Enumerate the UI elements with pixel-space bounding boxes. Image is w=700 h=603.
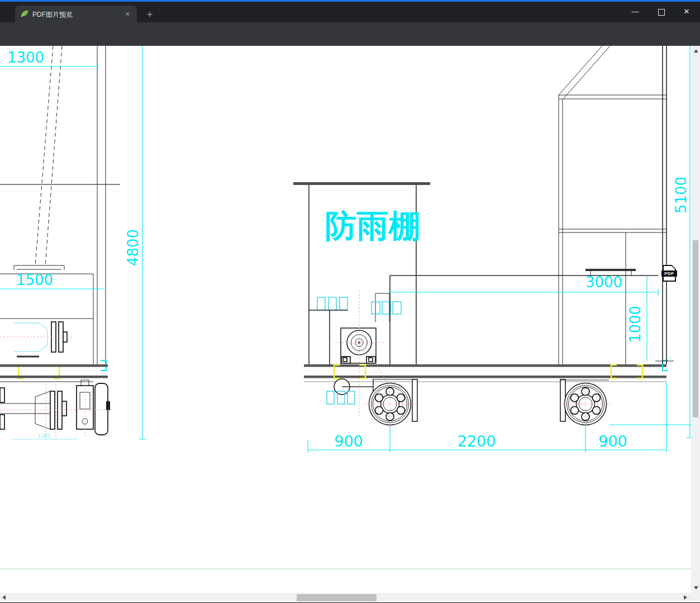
scroll-left-icon[interactable]	[2, 595, 6, 600]
dim-900-right: 900	[598, 433, 627, 450]
spring-leaf-favicon	[20, 10, 29, 18]
canopy-label: 防雨棚	[325, 207, 421, 244]
minimize-button[interactable]: —	[622, 3, 648, 20]
cad-drawing: 防雨棚	[0, 46, 691, 593]
dim-900-left: 900	[334, 433, 363, 450]
maximize-icon	[658, 9, 665, 16]
browser-window: PDF图片预览 ✕ + — ✕ ← → ⌂ i localhost:8012/o…	[0, 0, 700, 603]
front-wheel	[364, 378, 417, 430]
cab-view: 防雨棚	[293, 182, 430, 416]
tab-title: PDF图片预览	[32, 10, 116, 20]
browser-toolbar: ← → ⌂ i localhost:8012/onlinePreview?url…	[0, 22, 700, 46]
scroll-up-icon[interactable]	[694, 49, 698, 53]
hoist-motor	[341, 328, 376, 363]
dim-2200: 2200	[458, 433, 496, 450]
tab-bar: PDF图片预览 ✕ + — ✕	[0, 2, 700, 22]
left-view	[0, 46, 120, 440]
rear-wheel	[560, 378, 611, 430]
dim-5100: 5100	[673, 177, 689, 213]
close-window-button[interactable]: ✕	[674, 3, 699, 20]
motor-outline	[14, 323, 47, 352]
dim-1500: 1500	[16, 272, 53, 288]
page-fold-icon	[672, 265, 676, 269]
scroll-right-icon[interactable]	[684, 595, 687, 600]
tab-pdf-preview[interactable]: PDF图片预览 ✕	[15, 6, 137, 22]
horizontal-scrollbar-thumb[interactable]	[297, 594, 377, 601]
dim-4800: 4800	[125, 229, 141, 266]
maximize-button[interactable]	[649, 3, 674, 20]
vertical-scrollbar-thumb[interactable]	[693, 240, 698, 417]
pdf-label: PDF	[661, 270, 677, 277]
scroll-down-icon[interactable]	[694, 586, 698, 590]
deck	[0, 360, 668, 382]
tab-close-icon[interactable]: ✕	[123, 10, 132, 18]
dim-1000: 1000	[627, 306, 644, 343]
wheel-side-view	[95, 383, 110, 435]
pdf-download-icon[interactable]: PDF	[663, 265, 676, 282]
new-tab-button[interactable]: +	[143, 8, 156, 22]
page-separator	[0, 568, 691, 569]
dim-3000: 3000	[585, 274, 622, 291]
dim-1385: 1385	[38, 433, 51, 439]
dim-1300: 1300	[7, 49, 44, 66]
preview-page: 防雨棚	[0, 46, 700, 603]
